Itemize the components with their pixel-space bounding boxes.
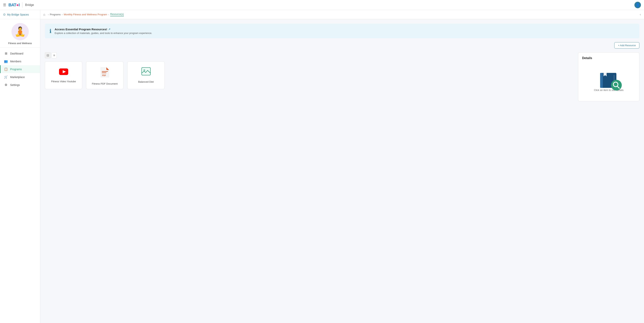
- svg-rect-5: [142, 68, 150, 75]
- svg-text:PDF: PDF: [102, 74, 106, 77]
- profile-avatar: 🧘: [12, 23, 29, 40]
- banner-title: Access Essential Program Resources! ↗: [55, 28, 152, 31]
- sidebar: ⊙ My Bridge Spaces 🧘 Fitness and Wellnes…: [0, 10, 40, 323]
- resource-card-label: Balanced Diet: [138, 80, 154, 83]
- breadcrumb-sep: ›: [62, 13, 62, 16]
- settings-icon: ⚙: [4, 83, 8, 87]
- logo: BAT●I: [8, 3, 20, 8]
- marketplace-icon: 🛒: [4, 75, 8, 79]
- home-icon[interactable]: ⌂: [43, 13, 45, 16]
- list-icon: ≡: [53, 54, 55, 57]
- sidebar-item-label: Dashboard: [10, 52, 24, 55]
- svg-point-11: [611, 80, 622, 91]
- sidebar-spaces[interactable]: ⊙ My Bridge Spaces: [0, 10, 40, 19]
- view-toggles: ⊟ ≡: [45, 52, 574, 58]
- svg-rect-8: [600, 73, 603, 88]
- grid-view-button[interactable]: ⊟: [45, 52, 51, 58]
- navbar: ☰ BAT●I Bridge 👤: [0, 0, 644, 10]
- toolbar-row: + Add Resource: [45, 42, 640, 49]
- resources-panel: ⊟ ≡: [45, 52, 574, 89]
- content-area: ⌂ › Programs › Monthly Fitness and Welln…: [40, 10, 644, 323]
- sidebar-item-label: Marketplace: [10, 76, 25, 79]
- breadcrumb-sep: ›: [48, 13, 49, 16]
- spaces-icon: ⊙: [3, 13, 6, 16]
- sidebar-profile: 🧘 Fitness and Wellness: [0, 19, 40, 48]
- banner-link-icon[interactable]: ↗: [108, 28, 110, 31]
- breadcrumb-program-name[interactable]: Monthly Fitness and Wellness Program: [64, 13, 107, 16]
- pdf-icon: PDF: [100, 67, 109, 79]
- image-icon: [142, 67, 151, 77]
- svg-point-6: [143, 69, 145, 71]
- banner-description: Explore a collection of materials, guide…: [55, 32, 152, 35]
- sidebar-item-dashboard[interactable]: ⊞ Dashboard: [0, 50, 40, 57]
- breadcrumb-programs[interactable]: Programs: [50, 13, 60, 16]
- programs-icon: 📋: [4, 67, 8, 71]
- breadcrumb-collapse-icon[interactable]: ‹: [640, 13, 641, 17]
- resources-layout: ⊟ ≡: [45, 52, 640, 101]
- sidebar-item-label: Members: [10, 60, 21, 63]
- breadcrumb: ⌂ › Programs › Monthly Fitness and Welln…: [40, 10, 644, 19]
- sidebar-item-label: Settings: [10, 83, 20, 87]
- sidebar-item-members[interactable]: 👥 Members: [0, 57, 40, 65]
- members-icon: 👥: [4, 60, 8, 63]
- content-scroll: ℹ Access Essential Program Resources! ↗ …: [40, 19, 644, 323]
- youtube-icon: [59, 67, 68, 77]
- sidebar-item-label: Programs: [10, 68, 22, 71]
- add-resource-button[interactable]: + Add Resource: [614, 42, 640, 49]
- hamburger-icon[interactable]: ☰: [3, 3, 6, 7]
- sidebar-spaces-label: My Bridge Spaces: [7, 13, 29, 16]
- banner: ℹ Access Essential Program Resources! ↗ …: [45, 24, 640, 38]
- avatar[interactable]: 👤: [634, 2, 641, 8]
- profile-name: Fitness and Wellness: [8, 42, 32, 45]
- resource-card-fitness-video[interactable]: Fitness Video Youtube: [45, 61, 82, 89]
- sidebar-nav: ⊞ Dashboard 👥 Members 📋 Programs 🛒 Marke…: [0, 48, 40, 323]
- resource-card-label: Fitness Video Youtube: [51, 80, 76, 83]
- dashboard-icon: ⊞: [4, 52, 8, 55]
- details-panel: Details: [578, 52, 640, 101]
- breadcrumb-resources[interactable]: Resource(s): [110, 13, 124, 16]
- navbar-brand: Bridge: [25, 3, 34, 7]
- resource-cards: Fitness Video Youtube PDF: [45, 61, 574, 89]
- banner-content: Access Essential Program Resources! ↗ Ex…: [55, 28, 152, 35]
- svg-rect-2: [102, 71, 108, 72]
- details-illustration: [598, 70, 619, 89]
- sidebar-item-marketplace[interactable]: 🛒 Marketplace: [0, 73, 40, 81]
- resource-card-label: Fitness PDF Document: [92, 82, 118, 85]
- list-view-button[interactable]: ≡: [52, 52, 57, 58]
- svg-rect-3: [102, 73, 106, 73]
- sidebar-item-settings[interactable]: ⚙ Settings: [0, 81, 40, 89]
- resource-card-fitness-pdf[interactable]: PDF Fitness PDF Document: [86, 61, 124, 89]
- logo-text: BAT●I: [8, 3, 20, 8]
- sidebar-item-programs[interactable]: 📋 Programs: [0, 65, 40, 73]
- info-icon: ℹ: [50, 28, 52, 34]
- navbar-divider: [22, 2, 22, 8]
- main-layout: ⊙ My Bridge Spaces 🧘 Fitness and Wellnes…: [0, 10, 644, 323]
- breadcrumb-sep: ›: [108, 13, 109, 16]
- resource-card-balanced-diet[interactable]: Balanced Diet: [127, 61, 165, 89]
- details-placeholder: Click an item to see details: [582, 64, 636, 97]
- banner-title-text: Access Essential Program Resources!: [55, 28, 107, 31]
- grid-icon: ⊟: [46, 54, 49, 57]
- details-title: Details: [582, 56, 592, 60]
